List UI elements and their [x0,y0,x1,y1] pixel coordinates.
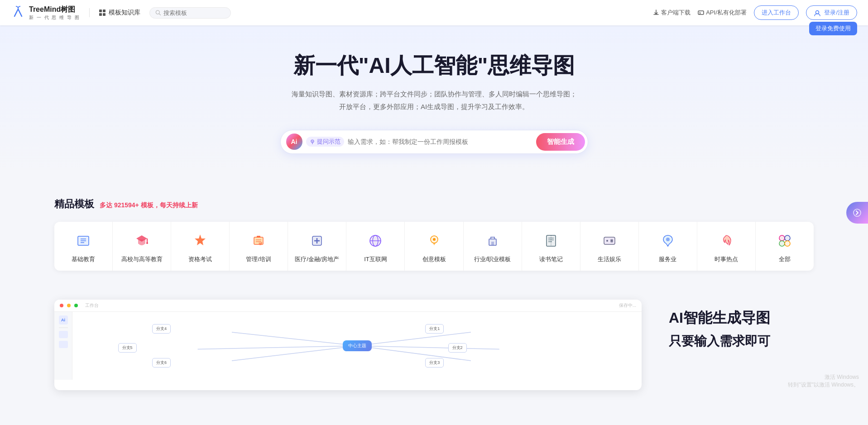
hero-section: 新一代"AI人工智能"思维导图 海量知识导图、素材资源库；跨平台文件同步；团队协… [0,25,868,176]
category-label-service: 服务业 [659,255,676,263]
sidebar-float-button[interactable] [846,202,868,224]
enter-workspace-button[interactable]: 进入工作台 [754,5,799,20]
svg-point-52 [666,238,670,241]
demo-text-col: AI智能生成导图 只要输入需求即可 [669,300,814,350]
svg-point-2 [19,6,20,7]
demo-body: Ai 中心主题 [54,312,642,380]
search-box[interactable] [149,7,231,19]
templates-section: 精品模板 多达 921594+ 模板，每天持续上新 基础教育高校与高等教育资格考… [0,176,868,285]
toolbar-dot-1 [60,304,63,307]
category-label-medical: 医疗/金融/房地产 [295,255,339,263]
nav-divider [89,8,90,17]
category-item-creative[interactable]: 创意模板 [405,222,463,271]
svg-point-10 [815,10,819,14]
category-item-higher-edu[interactable]: 高校与高等教育 [113,222,171,271]
register-wrapper: 登录/注册 登录免费使用 [806,5,857,20]
logo-main-text: TreeMind树图 [29,5,80,14]
svg-line-64 [232,332,357,346]
demo-section: 工作台 保存中... Ai 中心主题 [0,285,868,405]
category-item-industry[interactable]: 行业/职业模板 [464,222,522,271]
search-input[interactable] [163,10,225,16]
category-icon-medical [307,231,327,251]
grid-icon [99,9,106,16]
category-item-it[interactable]: IT互联网 [346,222,405,271]
template-library-label: 模板知识库 [109,9,140,17]
category-item-hotspot[interactable]: 时事热点 [697,222,756,271]
branch-node-5: 分支5 [118,343,137,353]
toolbar-dot-2 [67,304,71,307]
ai-search-bar[interactable]: Ai 提问示范 智能生成 [280,130,588,154]
category-item-basic-edu[interactable]: 基础教育 [54,222,113,271]
category-label-qualification: 资格考试 [188,255,212,263]
category-icon-entertainment [599,231,619,251]
category-icon-it [365,231,385,251]
toolbar-label: 工作台 [85,302,99,309]
search-icon [155,10,161,16]
category-label-reading: 读书笔记 [539,255,563,263]
ai-hint-text: 提问示范 [317,138,340,146]
register-free-dropdown[interactable]: 登录免费使用 [809,22,857,35]
demo-text-title: AI智能生成导图 [669,309,814,328]
svg-rect-5 [99,13,102,16]
category-icon-creative [424,231,444,251]
svg-point-12 [312,141,313,142]
category-item-medical[interactable]: 医疗/金融/房地产 [288,222,346,271]
api-icon [698,10,704,16]
category-item-entertainment[interactable]: 生活娱乐 [580,222,639,271]
section-meta: 多达 921594+ 模板，每天持续上新 [100,201,198,210]
category-label-industry: 行业/职业模板 [474,255,511,263]
category-item-reading[interactable]: 读书笔记 [522,222,580,271]
nav-template-library[interactable]: 模板知识库 [99,9,140,17]
category-item-management[interactable]: 管理/培训 [230,222,288,271]
hero-subtitle-line2: 开放平台，更多外部应用；AI生成导图，提升学习及工作效率。 [339,103,529,110]
navbar-left: TreeMind树图 新 一 代 思 维 导 图 模板知识库 [11,5,231,21]
category-label-all: 全部 [779,255,791,263]
logo-text: TreeMind树图 新 一 代 思 维 导 图 [29,5,80,21]
svg-point-20 [146,242,148,244]
section-header: 精品模板 多达 921594+ 模板，每天持续上新 [54,197,814,211]
category-label-management: 管理/培训 [246,255,271,263]
download-link[interactable]: 客户端下载 [653,9,691,17]
ai-input[interactable] [348,138,536,145]
svg-point-38 [433,238,436,241]
sidebar-icon-1 [59,331,68,338]
svg-marker-21 [195,234,206,245]
svg-point-49 [606,240,608,242]
sidebar-icon-2 [59,341,68,348]
logo[interactable]: TreeMind树图 新 一 代 思 维 导 图 [11,5,80,21]
category-icon-higher-edu [132,231,152,251]
toolbar-dot-3 [74,304,78,307]
register-button[interactable]: 登录/注册 [806,5,857,20]
category-label-entertainment: 生活娱乐 [598,255,621,263]
category-label-it: IT互联网 [364,255,387,263]
api-link[interactable]: API/私有化部署 [698,9,747,17]
sidebar-float-icon [853,208,862,217]
location-icon [310,139,315,144]
branch-node-2: 分支2 [448,343,467,353]
svg-rect-6 [103,13,106,16]
download-icon [653,10,659,16]
svg-point-0 [18,7,19,8]
demo-toolbar: 工作台 保存中... [54,300,642,312]
category-icon-service [658,231,678,251]
branch-node-1: 分支1 [425,324,444,334]
user-icon [814,10,821,17]
hero-title: 新一代"AI人工智能"思维导图 [0,53,868,79]
svg-rect-3 [99,10,102,12]
category-grid: 基础教育高校与高等教育资格考试管理/培训医疗/金融/房地产IT互联网创意模板行业… [54,222,814,271]
download-label: 客户端下载 [661,9,691,17]
category-item-all[interactable]: 全部 [756,222,814,271]
category-label-higher-edu: 高校与高等教育 [121,255,163,263]
demo-canvas: 中心主题 分支1 分支2 分支3 分支4 分支5 分支6 [72,312,642,380]
sidebar-ai-badge: Ai [59,315,68,325]
branch-node-4: 分支4 [152,324,171,334]
branch-node-3: 分支3 [425,358,444,368]
category-item-service[interactable]: 服务业 [639,222,697,271]
category-label-creative: 创意模板 [422,255,446,263]
category-item-qualification[interactable]: 资格考试 [171,222,230,271]
ai-search-wrapper: Ai 提问示范 智能生成 [0,130,868,154]
hero-subtitle-line1: 海量知识导图、素材资源库；跨平台文件同步；团队协作与管理、多人同时编辑一个思维导… [292,90,577,98]
ai-generate-button[interactable]: 智能生成 [536,133,585,151]
category-icon-industry [483,231,503,251]
svg-line-8 [159,14,160,15]
